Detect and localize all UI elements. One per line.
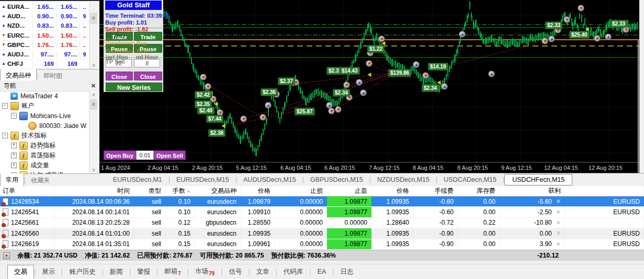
- chart-tab[interactable]: AUDUSDecn,M15: [237, 175, 302, 184]
- trade-marker-yellow[interactable]: [220, 122, 227, 129]
- chart-tab[interactable]: GBPUSDecn,M15: [304, 175, 369, 184]
- lot-size-input[interactable]: [136, 150, 154, 160]
- scroll-down-icon[interactable]: ∨: [89, 166, 98, 173]
- trade-marker-yellow[interactable]: [366, 71, 372, 78]
- expander-icon[interactable]: −: [11, 113, 17, 119]
- trade-marker-blue[interactable]: [360, 89, 367, 96]
- terminal-tab[interactable]: 交易: [7, 265, 34, 279]
- orders-header-cell[interactable]: 手续费: [413, 186, 458, 196]
- trade-marker-blue[interactable]: [265, 102, 272, 109]
- orders-header-cell[interactable]: 库存费: [458, 186, 500, 196]
- open-buy-button[interactable]: Open Buy: [104, 150, 136, 160]
- expander-icon[interactable]: +: [11, 143, 17, 148]
- market-row[interactable]: ▲CHFJ169169: [0, 60, 89, 69]
- trade-marker-blue[interactable]: [441, 83, 448, 90]
- scroll-down-icon[interactable]: ∨: [89, 62, 98, 69]
- scrollbar-thumb-icon[interactable]: ≡: [90, 99, 97, 110]
- close-order-icon[interactable]: ✕: [556, 230, 561, 237]
- navigator-tab[interactable]: 常用: [0, 173, 24, 187]
- tree-item[interactable]: ≋MetaTrader 4: [0, 91, 89, 101]
- market-row[interactable]: ▲AUDJ...97....97....9: [0, 50, 89, 59]
- trade-marker-blue[interactable]: [548, 36, 555, 42]
- chart-tab[interactable]: USDCHFecn,M15: [504, 174, 572, 185]
- terminal-tab[interactable]: 日志: [334, 265, 360, 278]
- chart-tab[interactable]: NZDUSDecn,M15: [371, 175, 436, 184]
- trade-marker-red[interactable]: [366, 60, 372, 67]
- terminal-tab[interactable]: 文章: [250, 265, 276, 278]
- expander-icon[interactable]: −: [2, 103, 8, 109]
- close-icon[interactable]: ✕: [91, 83, 96, 89]
- order-row[interactable]: 124265412024.08.14 00:14:01sell0.10eurus…: [0, 207, 644, 217]
- close-order-icon[interactable]: ✕: [556, 209, 561, 216]
- trade-marker-red[interactable]: [259, 114, 266, 121]
- tree-item[interactable]: +f震荡指标: [0, 150, 89, 160]
- chart-scrollbar[interactable]: [638, 40, 639, 173]
- trade-marker-blue[interactable]: [459, 31, 466, 38]
- new-series-button[interactable]: New Series: [106, 83, 162, 91]
- terminal-tab[interactable]: 市场79: [189, 265, 221, 278]
- trade-marker-red[interactable]: [594, 35, 601, 42]
- trade-marker-blue[interactable]: [488, 71, 495, 77]
- orders-header-cell[interactable]: 价格: [371, 186, 413, 196]
- trade-marker-blue[interactable]: [413, 61, 420, 68]
- orders-header-cell[interactable]: [565, 186, 644, 196]
- terminal-tab[interactable]: 邮箱7: [158, 265, 187, 278]
- close-buy-button[interactable]: Close Buy: [106, 72, 133, 80]
- orders-header-cell[interactable]: 交易品种: [195, 186, 241, 196]
- trade-marker-red[interactable]: [541, 38, 548, 44]
- trade-marker-blue[interactable]: [356, 79, 363, 86]
- order-row[interactable]: 124256612024.08.13 20:25:28sell0.12gbpus…: [0, 218, 644, 228]
- scrollbar-thumb-icon[interactable]: ≡: [90, 13, 97, 24]
- navigator-scrollbar[interactable]: ∧ ≡ ∨: [89, 91, 98, 173]
- terminal-tab[interactable]: 代码库: [277, 265, 310, 278]
- tree-item[interactable]: −f技术指标: [0, 131, 89, 141]
- open-sell-button[interactable]: Open Sell: [154, 150, 186, 160]
- tree-item[interactable]: −账户: [0, 101, 89, 111]
- tree-item[interactable]: +f成交量: [0, 160, 89, 170]
- market-row[interactable]: ▼EURC...1.50...1.50.....: [0, 31, 89, 40]
- close-sell-button[interactable]: Close Sell: [134, 72, 162, 80]
- tp-sell-input[interactable]: [134, 59, 160, 67]
- trade-marker-red[interactable]: [328, 108, 335, 114]
- order-row[interactable]: 124265602024.08.14 01:01:00sell0.15eurus…: [0, 228, 644, 239]
- trade-marker-red[interactable]: [335, 106, 342, 113]
- scroll-up-icon[interactable]: ∧: [89, 91, 98, 98]
- trade-marker-red[interactable]: [240, 115, 247, 122]
- expander-icon[interactable]: −: [2, 133, 8, 138]
- tree-item[interactable]: −Mohicans-Live: [0, 111, 89, 121]
- trade-marker-red[interactable]: [422, 72, 429, 79]
- trade-marker-red[interactable]: [563, 16, 570, 23]
- order-row[interactable]: 124266192024.08.14 01:35:01sell0.15eurus…: [0, 239, 644, 250]
- trade-marker-red[interactable]: [200, 74, 207, 80]
- orders-header-cell[interactable]: 止盈: [327, 186, 371, 196]
- chart-tab[interactable]: EURUSDecn,M1: [107, 175, 168, 184]
- market-watch-scrollbar[interactable]: ≡ ∨: [89, 2, 98, 69]
- expander-icon[interactable]: +: [11, 162, 17, 168]
- order-row[interactable]: 124265342024.08.14 00:06:36sell0.10eurus…: [0, 196, 644, 207]
- terminal-tab[interactable]: 账户历史: [63, 265, 102, 278]
- tree-item[interactable]: 800030: Jiade W: [0, 121, 89, 131]
- trade-marker-red[interactable]: [343, 82, 350, 88]
- terminal-tab[interactable]: EA: [311, 266, 333, 277]
- chart-tab[interactable]: USDCADecn,M15: [437, 175, 503, 184]
- expander-icon[interactable]: +: [11, 153, 17, 158]
- market-row[interactable]: ▲NZD...0.83...0.83.....: [0, 21, 89, 31]
- navigator-tab[interactable]: 收藏夹: [26, 174, 55, 187]
- chart-area[interactable]: $2.42$2.35$2.40$7.44$2.38$2.36$2.37$25.8…: [99, 0, 639, 173]
- orders-header-cell[interactable]: 价格: [241, 186, 275, 196]
- orders-header-cell[interactable]: 止损: [275, 186, 327, 196]
- terminal-tab[interactable]: 新闻: [104, 265, 129, 278]
- terminal-tab[interactable]: 警报: [131, 265, 156, 278]
- close-order-icon[interactable]: ✕: [556, 241, 561, 248]
- orders-header-cell[interactable]: 类型: [134, 186, 165, 196]
- market-row[interactable]: ▲AUD...0.90...0.90...9: [0, 11, 89, 21]
- chart-tab[interactable]: EURUSDecn,M15: [170, 175, 235, 184]
- close-order-icon[interactable]: ✕: [556, 198, 561, 205]
- orders-header-cell[interactable]: 获利: [500, 186, 565, 196]
- tree-item[interactable]: +f趋势指标: [0, 141, 89, 150]
- orders-header-cell[interactable]: 时间: [55, 186, 134, 196]
- market-row[interactable]: ▼GBPC...1.76...1.76.....: [0, 40, 89, 50]
- terminal-tab[interactable]: 信号: [222, 265, 248, 278]
- trade-marker-blue[interactable]: [605, 33, 612, 40]
- market-row[interactable]: ▲EURA...1.65...1.65.....: [0, 2, 89, 11]
